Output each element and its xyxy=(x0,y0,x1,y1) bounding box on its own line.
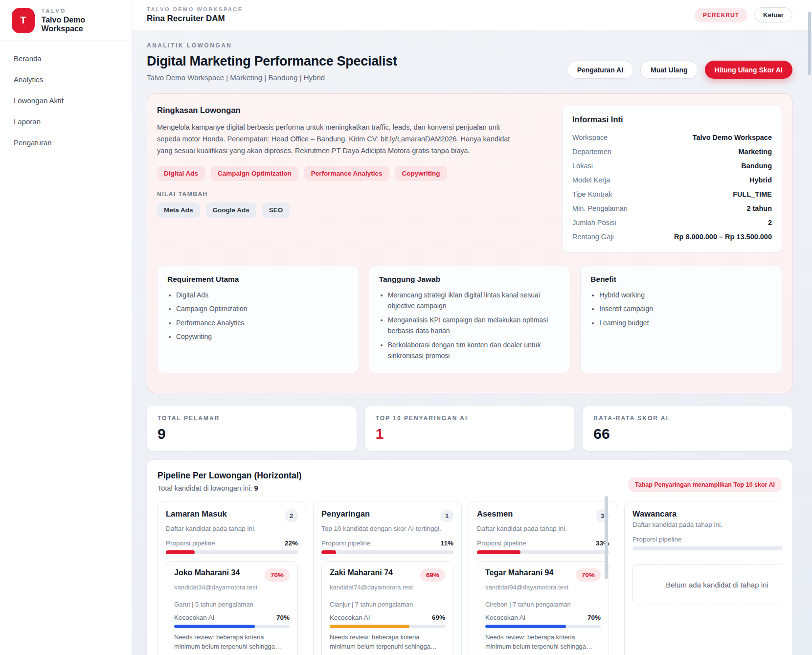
skill-tag: Digital Ads xyxy=(157,166,205,181)
ai-match-fill xyxy=(485,625,566,628)
stage-description: Top 10 kandidat dengan skor AI tertinggi… xyxy=(321,525,453,532)
ai-match-value: 70% xyxy=(276,614,290,621)
info-label: Min. Pengalaman xyxy=(572,204,628,212)
skill-tag: Copywriting xyxy=(395,166,447,181)
pipeline-total-count: 9 xyxy=(254,484,258,492)
pipeline-subtitle: Total kandidat di lowongan ini: 9 xyxy=(158,484,302,492)
bonus-tag: SEO xyxy=(262,203,290,218)
ai-match-track xyxy=(330,625,445,628)
assessment-column-scrollbar-thumb[interactable] xyxy=(605,496,608,579)
candidate-email: kandidat94@dayamotora.test xyxy=(485,584,601,591)
sidebar-nav-item[interactable]: Laporan xyxy=(0,111,132,132)
stage-description: Daftar kandidat pada tahap ini. xyxy=(166,525,298,532)
benefit-item: Learning budget xyxy=(599,317,772,328)
info-value: 2 xyxy=(768,219,772,226)
core-info-row: Lokasi Bandung xyxy=(572,158,772,173)
core-info-row: Tipe Kontrak FULL_TIME xyxy=(572,187,772,201)
logout-button[interactable]: Keluar xyxy=(754,7,792,23)
stage-name: Asesmen xyxy=(477,509,513,519)
pipeline-title: Pipeline Per Lowongan (Horizontal) xyxy=(158,471,302,481)
stat-card: RATA-RATA SKOR AI 66 xyxy=(583,406,792,451)
talvo-logo: T xyxy=(12,8,35,33)
responsibilities-card: Tanggung Jawab Merancang strategi iklan … xyxy=(369,266,571,373)
candidate-name: Joko Maharani 34 xyxy=(174,568,240,577)
proportion-track xyxy=(321,550,453,554)
recalculate-score-button[interactable]: Hitung Ulang Skor AI xyxy=(705,61,792,79)
reload-button[interactable]: Muat Ulang xyxy=(640,61,698,79)
pipeline-subtitle-label: Total kandidat di lowongan ini: xyxy=(158,484,252,492)
job-summary-card: Ringkasan Lowongan Mengelola kampanye di… xyxy=(147,93,792,393)
stage-description: Daftar kandidat pada tahap ini. xyxy=(632,521,782,528)
core-info-row: Departemen Marketing xyxy=(572,144,772,158)
pipeline-column: Lamaran Masuk 2 Daftar kandidat pada tah… xyxy=(158,501,306,655)
info-label: Tipe Kontrak xyxy=(572,190,612,198)
sidebar-nav-item[interactable]: Beranda xyxy=(0,48,132,69)
info-value: Hybrid xyxy=(749,176,772,184)
info-label: Model Kerja xyxy=(572,176,610,184)
skill-tags: Digital Ads Campaign Optimization Perfor… xyxy=(157,166,539,181)
stat-label: TOP 10 PENYARINGAN AI xyxy=(376,415,564,422)
sidebar-nav-item[interactable]: Lowongan Aktif xyxy=(0,90,132,111)
info-value: Rp 8.000.000 – Rp 13.500.000 xyxy=(674,233,772,241)
stage-count-badge: 2 xyxy=(285,509,298,522)
role-badge: PEREKRUT xyxy=(695,8,747,23)
ai-match-value: 70% xyxy=(587,614,601,621)
ai-settings-button[interactable]: Pengaturan AI xyxy=(567,61,633,79)
pipeline-column: Asesmen 3 Daftar kandidat pada tahap ini… xyxy=(469,501,617,655)
sidebar-nav-item[interactable]: Pengaturan xyxy=(0,132,132,153)
stage-count-badge: 1 xyxy=(440,509,453,522)
ai-match-label: Kecocokan AI xyxy=(485,614,526,621)
info-value: 2 tahun xyxy=(746,204,772,212)
requirement-item: Digital Ads xyxy=(176,290,349,300)
requirement-item: Copywriting xyxy=(176,331,349,342)
stage-description: Daftar kandidat pada tahap ini. xyxy=(477,525,609,532)
info-value: Marketing xyxy=(739,148,772,156)
skill-tag: Campaign Optimization xyxy=(211,166,298,181)
page-scrollbar-thumb[interactable] xyxy=(808,12,811,75)
candidate-card: Joko Maharani 34 70% kandidat34@dayamoto… xyxy=(166,561,298,655)
proportion-fill xyxy=(477,550,520,554)
core-info-row: Min. Pengalaman 2 tahun xyxy=(572,201,772,215)
candidate-note: Needs review: beberapa kriteria minimum … xyxy=(485,633,601,652)
proportion-fill xyxy=(166,550,195,554)
proportion-value: 11% xyxy=(441,540,453,547)
stage-name: Penyaringan xyxy=(321,509,370,519)
proportion-value: 22% xyxy=(285,540,298,547)
info-label: Workspace xyxy=(572,134,608,141)
candidate-meta: Cianjur | 7 tahun pengalaman xyxy=(330,596,445,608)
ai-match-fill xyxy=(174,625,255,628)
proportion-track xyxy=(477,550,609,554)
requirement-item: Performance Analytics xyxy=(176,317,349,328)
bonus-tags: Meta Ads Google Ads SEO xyxy=(157,203,539,218)
stage-name: Wawancara xyxy=(632,509,677,519)
bonus-tag: Meta Ads xyxy=(157,203,200,218)
info-label: Rentang Gaji xyxy=(572,233,614,241)
ai-match-fill xyxy=(330,625,409,628)
stat-label: TOTAL PELAMAR xyxy=(158,415,346,422)
candidate-meta: Cirebon | 7 tahun pengalaman xyxy=(485,596,601,608)
stat-value: 9 xyxy=(158,426,346,442)
pipeline-column: Wawancara Daftar kandidat pada tahap ini… xyxy=(624,501,782,655)
proportion-track xyxy=(632,546,782,550)
core-info-row: Workspace Talvo Demo Workspace xyxy=(572,130,772,144)
pipeline-column: Penyaringan 1 Top 10 kandidat dengan sko… xyxy=(313,501,462,655)
candidate-list: Zaki Maharani 74 69% kandidat74@dayamoto… xyxy=(321,561,453,655)
candidate-score-badge: 69% xyxy=(420,568,445,582)
proportion-label: Proporsi pipeline xyxy=(166,540,215,547)
empty-stage-text: Belum ada kandidat di tahap ini xyxy=(666,581,768,589)
bonus-label: NILAI TAMBAH xyxy=(157,191,539,198)
sidebar-nav-item[interactable]: Analytics xyxy=(0,69,132,90)
topbar-user-name: Rina Recruiter DAM xyxy=(147,14,243,23)
core-info-row: Jumlah Posisi 2 xyxy=(572,215,772,229)
core-info-row: Rentang Gaji Rp 8.000.000 – Rp 13.500.00… xyxy=(572,229,772,244)
info-value: FULL_TIME xyxy=(733,190,772,198)
ai-match-track xyxy=(174,625,290,628)
proportion-label: Proporsi pipeline xyxy=(632,536,682,543)
info-label: Lokasi xyxy=(572,162,593,170)
summary-description: Mengelola kampanye digital berbasis perf… xyxy=(157,122,514,157)
proportion-label: Proporsi pipeline xyxy=(321,540,371,547)
main-content: ANALITIK LOWONGAN Digital Marketing Perf… xyxy=(132,30,812,655)
candidate-note: Needs review: beberapa kriteria minimum … xyxy=(174,633,290,652)
skill-tag: Performance Analytics xyxy=(304,166,389,181)
breadcrumb: Talvo Demo Workspace | Marketing | Bandu… xyxy=(147,73,397,82)
